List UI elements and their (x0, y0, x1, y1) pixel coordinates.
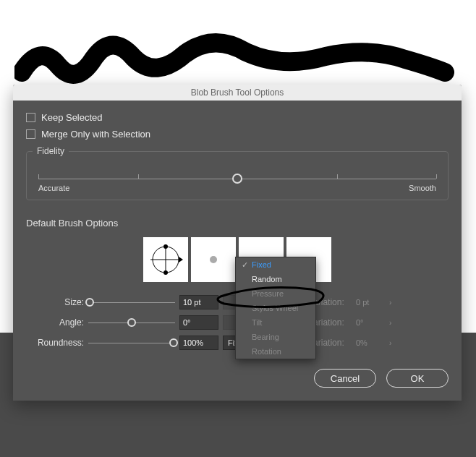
merge-only-row[interactable]: Merge Only with Selection (26, 129, 449, 140)
merge-only-label: Merge Only with Selection (41, 129, 150, 140)
size-input[interactable] (179, 295, 218, 309)
keep-selected-checkbox[interactable] (26, 113, 35, 122)
merge-only-checkbox[interactable] (26, 129, 35, 139)
chevron-right-icon: › (389, 319, 398, 327)
brush-preview-shape[interactable] (143, 237, 188, 282)
popup-item-bearing[interactable]: Bearing (236, 330, 315, 344)
angle-slider[interactable] (88, 317, 175, 328)
angle-label: Angle: (26, 317, 84, 328)
size-slider[interactable] (88, 297, 175, 307)
default-brush-title: Default Brush Options (26, 218, 449, 228)
popup-item-pressure[interactable]: Pressure (236, 286, 315, 301)
roundness-variation-value: 0% (356, 338, 385, 347)
angle-variation-value: 0° (356, 318, 385, 327)
chevron-right-icon: › (389, 339, 398, 347)
svg-point-4 (163, 270, 168, 275)
angle-input[interactable] (179, 315, 218, 330)
roundness-slider-handle[interactable] (169, 338, 178, 347)
size-slider-handle[interactable] (85, 298, 94, 307)
fidelity-group: Fidelity Accurate Smooth (26, 151, 449, 200)
brush-preview-min (191, 237, 236, 282)
size-variation-value: 0 pt (356, 298, 385, 307)
keep-selected-label: Keep Selected (41, 112, 103, 123)
fidelity-handle[interactable] (232, 174, 242, 184)
popup-item-stylus-wheel[interactable]: Stylus Wheel (236, 301, 315, 315)
keep-selected-row[interactable]: Keep Selected (26, 112, 449, 123)
size-label: Size: (26, 297, 84, 307)
popup-item-random[interactable]: Random (236, 272, 315, 286)
fidelity-title: Fidelity (33, 146, 69, 156)
popup-item-tilt[interactable]: Tilt (236, 315, 315, 330)
roundness-input[interactable] (179, 336, 218, 350)
ok-button[interactable]: OK (386, 369, 449, 388)
type-dropdown-menu: ✓ Fixed Random Pressure Stylus Wheel Til… (235, 257, 316, 359)
dialog-button-row: Cancel OK (26, 369, 449, 388)
dialog-title: Blob Brush Tool Options (191, 87, 284, 98)
popup-item-fixed[interactable]: ✓ Fixed (236, 257, 315, 272)
svg-point-5 (210, 256, 217, 263)
roundness-slider[interactable] (88, 338, 175, 348)
cancel-button[interactable]: Cancel (314, 369, 376, 388)
chevron-right-icon: › (389, 299, 398, 307)
fidelity-slider-area: Accurate Smooth (38, 162, 436, 192)
dialog-titlebar: Blob Brush Tool Options (13, 85, 462, 101)
fidelity-right-label: Smooth (409, 184, 436, 192)
angle-slider-handle[interactable] (127, 318, 136, 327)
brush-stroke-sample (14, 22, 456, 87)
check-icon: ✓ (240, 260, 249, 270)
roundness-label: Roundness: (26, 338, 84, 348)
fidelity-left-label: Accurate (38, 184, 69, 192)
fidelity-slider[interactable] (38, 171, 436, 179)
svg-point-3 (163, 244, 168, 249)
popup-item-rotation[interactable]: Rotation (236, 344, 315, 359)
